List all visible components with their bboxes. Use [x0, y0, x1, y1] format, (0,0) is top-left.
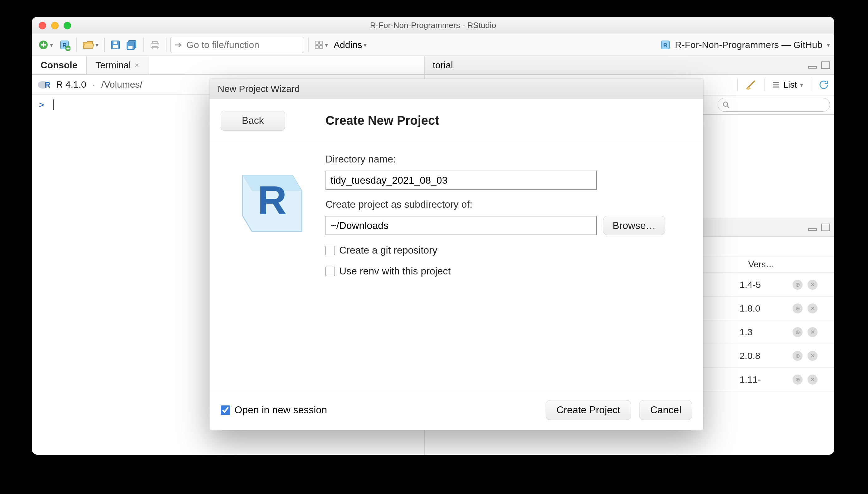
- goto-input[interactable]: [187, 40, 300, 50]
- list-view-button[interactable]: List ▾: [772, 80, 803, 90]
- new-file-button[interactable]: ▾: [36, 38, 55, 52]
- goto-file-function[interactable]: [170, 37, 304, 53]
- directory-name-input[interactable]: [326, 171, 597, 190]
- svg-text:R: R: [44, 80, 50, 90]
- r-project-icon: R: [221, 153, 314, 247]
- svg-rect-6: [114, 41, 117, 44]
- web-icon[interactable]: ⊕: [793, 303, 803, 314]
- refresh-icon[interactable]: [819, 79, 830, 91]
- web-icon[interactable]: ⊕: [793, 351, 803, 361]
- pkg-version: 1.8.0: [739, 303, 793, 314]
- web-icon[interactable]: ⊕: [793, 280, 803, 290]
- svg-rect-15: [315, 45, 318, 49]
- subdir-label: Create project as subdirectory of:: [326, 199, 692, 210]
- svg-point-21: [723, 102, 728, 106]
- rstudio-window: R-For-Non-Programmers - RStudio ▾ R ▾: [32, 17, 834, 455]
- svg-rect-14: [320, 41, 323, 44]
- remove-icon[interactable]: ✕: [808, 280, 817, 290]
- dialog-heading: Create New Project: [326, 114, 439, 128]
- dialog-title: New Project Wizard: [210, 79, 703, 99]
- svg-rect-16: [320, 45, 323, 49]
- subdirectory-input[interactable]: [326, 216, 597, 235]
- cancel-button[interactable]: Cancel: [639, 400, 692, 420]
- list-label: List: [783, 80, 797, 90]
- create-project-button[interactable]: Create Project: [546, 400, 631, 420]
- left-tabs: Console Terminal×: [32, 56, 424, 75]
- svg-rect-13: [315, 41, 318, 44]
- col-version[interactable]: Vers…: [744, 256, 797, 272]
- open-session-checkbox[interactable]: [221, 405, 230, 415]
- pane-max-icon[interactable]: [821, 61, 830, 69]
- git-label: Create a git repository: [339, 245, 438, 256]
- close-icon[interactable]: ×: [135, 61, 139, 70]
- back-button[interactable]: Back: [221, 111, 285, 131]
- console-path: /Volumes/: [101, 79, 142, 90]
- project-name-label: R-For-Non-Programmers — GitHub: [675, 40, 823, 50]
- tab-terminal[interactable]: Terminal×: [87, 56, 148, 74]
- print-button[interactable]: [148, 39, 162, 51]
- git-checkbox-row[interactable]: Create a git repository: [326, 245, 692, 256]
- tab-tutorial[interactable]: torial: [429, 60, 453, 71]
- addins-menu[interactable]: Addins ▾: [332, 38, 368, 52]
- web-icon[interactable]: ⊕: [793, 375, 803, 384]
- pane-max-icon[interactable]: [821, 224, 830, 231]
- web-icon[interactable]: ⊕: [793, 327, 803, 337]
- save-all-button[interactable]: [124, 38, 140, 52]
- r-logo-icon: R: [37, 79, 50, 90]
- pkg-version: 1.3: [739, 327, 793, 338]
- dialog-body: R Directory name: Create project as subd…: [210, 142, 703, 390]
- addins-label: Addins: [334, 40, 362, 50]
- titlebar: R-For-Non-Programmers - RStudio: [32, 17, 834, 34]
- project-switcher[interactable]: R R-For-Non-Programmers — GitHub ▾: [660, 40, 830, 50]
- svg-rect-5: [113, 45, 118, 48]
- remove-icon[interactable]: ✕: [808, 303, 817, 314]
- project-icon: R: [660, 40, 671, 50]
- svg-text:R: R: [663, 42, 667, 49]
- grid-view-button[interactable]: ▾: [312, 39, 330, 51]
- save-button[interactable]: [109, 39, 122, 51]
- pkg-version: 1.4-5: [739, 280, 793, 290]
- tab-console[interactable]: Console: [32, 56, 87, 74]
- env-tabs: torial: [425, 56, 834, 75]
- new-project-button[interactable]: R: [57, 38, 72, 52]
- remove-icon[interactable]: ✕: [808, 351, 817, 361]
- renv-label: Use renv with this project: [339, 265, 450, 277]
- renv-checkbox[interactable]: [326, 267, 335, 276]
- open-session-label: Open in new session: [234, 404, 327, 416]
- dialog-header: Back Create New Project: [210, 99, 703, 142]
- console-prompt: >: [39, 99, 44, 110]
- pane-min-icon[interactable]: [808, 62, 817, 69]
- search-icon: [722, 101, 729, 109]
- git-checkbox[interactable]: [326, 246, 335, 255]
- window-title: R-For-Non-Programmers - RStudio: [32, 21, 834, 30]
- open-file-button[interactable]: ▾: [80, 38, 100, 52]
- new-project-wizard-dialog: New Project Wizard Back Create New Proje…: [210, 79, 703, 430]
- env-search[interactable]: [718, 98, 830, 112]
- pane-min-icon[interactable]: [808, 224, 817, 231]
- renv-checkbox-row[interactable]: Use renv with this project: [326, 265, 692, 277]
- browse-button[interactable]: Browse…: [603, 216, 666, 235]
- dialog-form: Directory name: Create project as subdir…: [326, 153, 692, 379]
- open-session-row[interactable]: Open in new session: [221, 404, 327, 416]
- dialog-footer: Open in new session Create Project Cance…: [210, 390, 703, 430]
- main-toolbar: ▾ R ▾ ▾ Addins ▾: [32, 34, 834, 56]
- r-version-label: R 4.1.0: [56, 79, 86, 90]
- svg-rect-9: [128, 46, 133, 49]
- pkg-version: 1.11-: [739, 374, 793, 385]
- dir-name-label: Directory name:: [326, 153, 692, 165]
- broom-icon[interactable]: [745, 79, 756, 91]
- env-search-input[interactable]: [732, 100, 825, 110]
- svg-text:R: R: [257, 177, 287, 223]
- remove-icon[interactable]: ✕: [808, 327, 817, 337]
- pkg-version: 2.0.8: [739, 350, 793, 361]
- remove-icon[interactable]: ✕: [808, 375, 817, 384]
- arrow-icon: [174, 41, 183, 49]
